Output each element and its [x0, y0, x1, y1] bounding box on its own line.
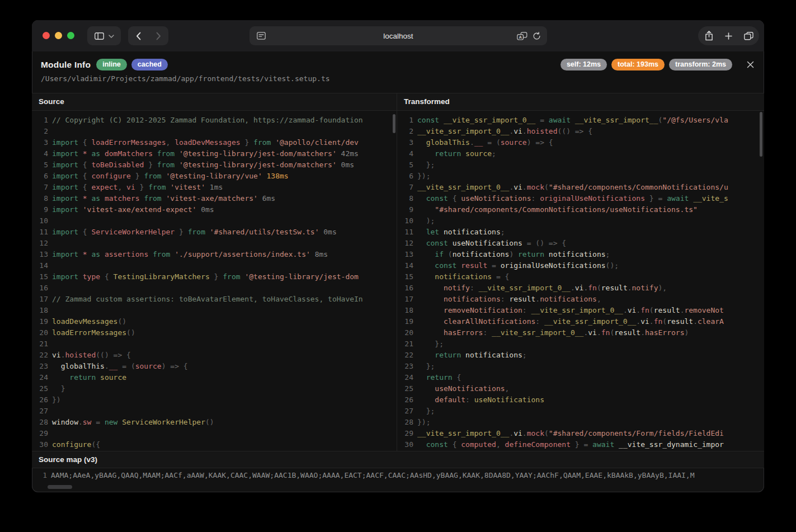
sourcemap-code[interactable]: 1AAMA;AAeA,yBAAG,QAAQ,MAAM;AACf,aAAW,KAA…	[32, 468, 764, 483]
code-line: 4import * as domMatchers from '@testing-…	[32, 148, 397, 159]
code-line: 24 return {	[397, 372, 764, 383]
badge-inline: inline	[96, 59, 127, 70]
forward-button[interactable]	[148, 26, 168, 45]
address-bar[interactable]: localhost A	[249, 26, 547, 45]
back-button[interactable]	[128, 26, 148, 45]
page-content: Module Info inlinecached self: 12mstotal…	[32, 51, 764, 492]
line-number: 14	[32, 260, 52, 271]
browser-titlebar: localhost A	[32, 20, 764, 51]
minimize-window-button[interactable]	[55, 32, 62, 39]
line-number: 11	[397, 227, 417, 238]
share-icon	[705, 31, 713, 41]
code-line: 3import { loadErrorMessages, loadDevMess…	[32, 137, 397, 148]
line-number: 3	[397, 137, 417, 148]
code-line: 10 );	[397, 215, 764, 227]
line-number: 21	[32, 338, 52, 350]
line-number: 24	[32, 372, 52, 383]
zoom-window-button[interactable]	[67, 32, 74, 39]
line-number: 26	[397, 394, 417, 406]
code-line: 10	[32, 215, 397, 227]
line-number: 29	[397, 428, 417, 439]
code-line: 19loadDevMessages()	[32, 316, 397, 327]
line-number: 27	[32, 406, 52, 417]
line-number: 23	[397, 361, 417, 372]
code-line: 22 return notifications;	[397, 350, 764, 361]
close-button[interactable]	[746, 60, 755, 69]
code-line: 17// Zammad custom assertions: toBeAvata…	[32, 294, 397, 305]
horizontal-scrollbar-thumb[interactable]	[48, 485, 72, 489]
module-info-header: Module Info inlinecached self: 12mstotal…	[32, 51, 764, 93]
source-panel: Source 1// Copyright (C) 2012-2025 Zamma…	[32, 93, 397, 451]
code-line: 21	[32, 338, 397, 350]
line-number: 12	[397, 238, 417, 249]
line-number: 9	[32, 204, 52, 215]
line-number: 17	[32, 294, 52, 305]
line-number: 23	[32, 361, 52, 372]
line-number: 8	[32, 193, 52, 204]
line-number: 8	[397, 193, 417, 204]
line-number: 21	[397, 338, 417, 350]
code-line: 26})	[32, 394, 397, 406]
code-line: 14 const result = originalUseNotificatio…	[397, 260, 764, 271]
code-line: 5import { toBeDisabled } from '@testing-…	[32, 159, 397, 171]
module-badges: inlinecached	[96, 59, 168, 70]
line-number: 4	[32, 148, 52, 159]
code-line: 25 useNotifications,	[397, 383, 764, 394]
timing-self: self: 12ms	[561, 59, 607, 70]
code-line: 30configure({	[32, 439, 397, 450]
svg-text:A: A	[519, 34, 522, 39]
code-line: 29__vite_ssr_import_0__.vi.mock("#shared…	[397, 428, 764, 439]
code-line: 2	[32, 126, 397, 137]
code-line: 22vi.hoisted(() => {	[32, 350, 397, 361]
line-number: 18	[397, 305, 417, 316]
reload-icon	[533, 32, 541, 40]
line-number: 26	[32, 394, 52, 406]
line-number: 1	[32, 115, 52, 126]
url-text: localhost	[249, 32, 547, 40]
code-line: 7import { expect, vi } from 'vitest' 1ms	[32, 182, 397, 193]
line-number: 30	[32, 439, 52, 450]
line-number: 11	[32, 227, 52, 238]
badge-cached: cached	[131, 59, 168, 70]
transformed-scrollbar-thumb[interactable]	[760, 112, 762, 157]
close-window-button[interactable]	[43, 32, 50, 39]
line-number: 15	[32, 271, 52, 283]
line-number: 19	[397, 316, 417, 327]
tab-overview-button[interactable]	[740, 26, 758, 45]
line-number: 7	[397, 182, 417, 193]
source-scrollbar-thumb[interactable]	[393, 114, 395, 133]
code-line: 30 const { computed, defineComponent } =…	[397, 439, 764, 450]
code-line: 2__vite_ssr_import_0__.vi.hoisted(() => …	[397, 126, 764, 137]
chevron-right-icon	[156, 32, 161, 40]
share-button[interactable]	[700, 26, 718, 45]
chevron-left-icon	[136, 32, 141, 40]
new-tab-button[interactable]	[719, 26, 738, 45]
code-line: 24 return source	[32, 372, 397, 383]
code-line: 20 hasErrors: __vite_ssr_import_0__.vi.f…	[397, 327, 764, 338]
chevron-down-icon	[109, 35, 114, 38]
source-code[interactable]: 1// Copyright (C) 2012-2025 Zammad Found…	[32, 111, 397, 451]
line-number: 10	[397, 215, 417, 227]
sidebar-toggle-button[interactable]	[87, 26, 121, 45]
code-line: 27	[32, 406, 397, 417]
tabs-icon	[744, 32, 753, 40]
code-line: 26 default: useNotifications	[397, 394, 764, 406]
source-panel-title: Source	[32, 93, 397, 111]
transformed-panel: Transformed 1const __vite_ssr_import_0__…	[397, 93, 764, 451]
history-nav-group	[128, 26, 168, 45]
code-line: 11import { ServiceWorkerHelper } from '#…	[32, 227, 397, 238]
line-number: 7	[32, 182, 52, 193]
line-number: 13	[397, 249, 417, 260]
line-number: 28	[32, 417, 52, 428]
code-line: 14	[32, 260, 397, 271]
code-line: 16	[32, 283, 397, 294]
transformed-code[interactable]: 1const __vite_ssr_import_0__ = await __v…	[397, 111, 764, 451]
line-number: 29	[32, 428, 52, 439]
reload-button[interactable]	[533, 32, 541, 40]
code-line: 7__vite_ssr_import_0__.vi.mock("#shared/…	[397, 182, 764, 193]
transformed-panel-title: Transformed	[397, 93, 764, 111]
line-number: 10	[32, 215, 52, 227]
code-line: 1// Copyright (C) 2012-2025 Zammad Found…	[32, 115, 397, 126]
code-line: 8import * as matchers from 'vitest-axe/m…	[32, 193, 397, 204]
translate-icon[interactable]: A	[517, 32, 527, 40]
